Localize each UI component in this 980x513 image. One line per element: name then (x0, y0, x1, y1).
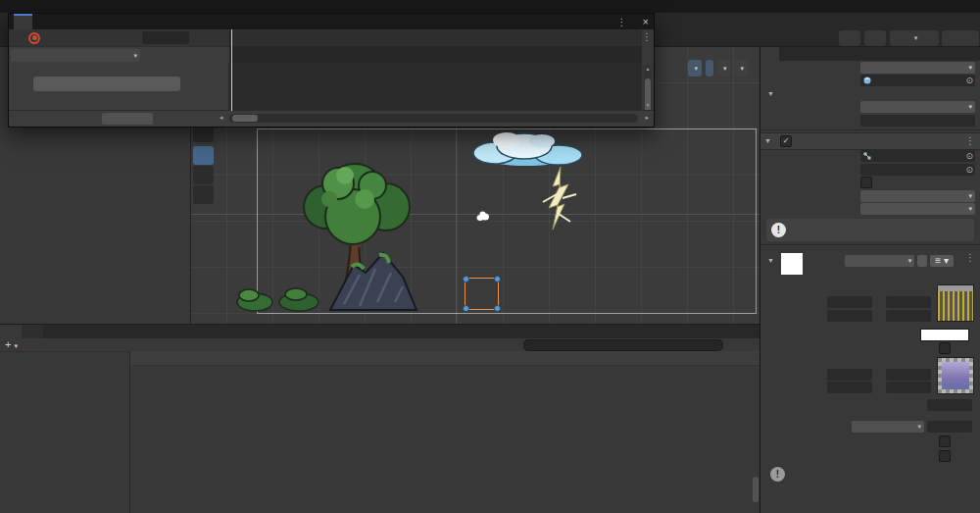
playhead[interactable] (231, 29, 232, 111)
tint-color-swatch[interactable] (920, 329, 969, 341)
additional-settings-foldout[interactable]: ▼ (760, 87, 980, 101)
animation-titlebar[interactable]: ⋮ × (9, 14, 654, 29)
gizmo-handle[interactable] (463, 276, 469, 282)
component-enabled-checkbox[interactable] (780, 135, 792, 147)
tab-curves[interactable] (158, 113, 201, 125)
pixel-snap-checkbox[interactable] (939, 342, 951, 354)
enable-external-alpha-field[interactable] (927, 399, 972, 411)
tiling-y-field[interactable] (886, 296, 931, 308)
apply-root-motion-checkbox[interactable] (860, 177, 872, 188)
timeline-ruler[interactable] (229, 29, 642, 46)
shader-menu-button[interactable]: ≡ ▾ (930, 255, 954, 267)
create-menu-button[interactable]: + ▾ (5, 339, 18, 351)
object-picker-icon[interactable]: ⊙ (965, 164, 973, 176)
project-scrollbar[interactable] (753, 365, 759, 510)
bushes-sprite[interactable] (235, 282, 328, 312)
gpu-instancing-checkbox[interactable] (939, 436, 951, 447)
layout-dropdown[interactable] (942, 30, 979, 46)
ea-offset-x-field[interactable] (827, 382, 872, 393)
jump-robot-sprite[interactable] (602, 277, 631, 306)
material-preview-thumb (781, 253, 803, 275)
lightning-sprite[interactable] (531, 165, 590, 233)
tab-animation[interactable] (14, 14, 32, 29)
render-queue-field[interactable] (927, 421, 972, 433)
sprite-sort-point-dropdown[interactable] (860, 62, 975, 74)
double-sided-gi-checkbox[interactable] (939, 450, 951, 462)
material-object-field[interactable]: ⊙ (860, 75, 975, 86)
frame-field[interactable] (142, 31, 189, 44)
scroll-left-icon[interactable]: ◂ (220, 114, 223, 122)
next-frame-button[interactable] (99, 31, 116, 44)
clip-toolbar (9, 46, 229, 63)
clip-dropdown[interactable] (11, 49, 140, 62)
offset-y-field[interactable] (886, 310, 931, 322)
first-frame-button[interactable] (46, 31, 63, 44)
scene-visibility-button[interactable] (706, 60, 713, 77)
project-toolbar: + ▾ (0, 338, 760, 352)
assets-breadcrumb (130, 351, 760, 366)
add-keyframe-button[interactable] (143, 49, 160, 62)
record-button[interactable] (28, 32, 40, 44)
kebab-menu-icon[interactable]: ⋮ (965, 252, 975, 263)
play-button[interactable] (81, 31, 98, 44)
tab-project[interactable] (0, 325, 22, 338)
close-icon[interactable]: × (643, 16, 649, 27)
edit-shader-button[interactable] (917, 255, 927, 267)
object-picker-icon[interactable]: ⊙ (965, 75, 973, 86)
gizmo-handle[interactable] (463, 305, 469, 312)
camera-settings-button[interactable]: ▾ (717, 60, 731, 77)
external-alpha-thumb[interactable] (937, 357, 974, 394)
asset-grid (131, 365, 750, 513)
update-mode-dropdown[interactable] (860, 190, 975, 202)
scroll-right-icon[interactable]: ▸ (645, 114, 649, 122)
ea-tiling-y-field[interactable] (886, 369, 931, 381)
rock-sprite[interactable] (326, 247, 419, 312)
sprite-texture-thumb[interactable] (937, 284, 974, 322)
tab-console[interactable] (22, 325, 43, 338)
controller-object-field[interactable]: ⊙ (860, 150, 975, 162)
tab-dopesheet[interactable] (102, 113, 153, 125)
kebab-menu-icon[interactable]: ⋮ (965, 135, 975, 146)
draw-mode-button[interactable]: ▾ (688, 60, 702, 77)
sprite-sort-point-row (760, 61, 980, 75)
kebab-menu-icon[interactable]: ⋮ (617, 17, 627, 27)
selected-sprite-gizmo[interactable] (465, 278, 499, 310)
add-property-button[interactable] (33, 77, 180, 91)
ea-offset-y-field[interactable] (886, 382, 931, 393)
timeline-vscrollbar[interactable]: ▲▼ (644, 65, 652, 109)
material-header[interactable]: ▼ ≡ ▾ ⋮ (760, 247, 980, 277)
layers-dropdown[interactable]: ▾ (890, 30, 939, 46)
last-frame-button[interactable] (117, 31, 133, 44)
dopesheet-area[interactable] (229, 63, 642, 111)
gizmo-handle[interactable] (494, 305, 501, 312)
custom-tool-button[interactable] (193, 185, 214, 204)
render-queue-dropdown[interactable] (852, 421, 924, 433)
culling-mode-dropdown[interactable] (860, 203, 975, 215)
add-keyframe-filled-button[interactable] (163, 49, 179, 62)
search-button[interactable] (864, 30, 886, 46)
animator-component-header[interactable]: ▼ ⋮ (760, 132, 980, 150)
object-picker-icon[interactable]: ⊙ (965, 150, 973, 162)
undo-history-button[interactable] (839, 30, 860, 46)
transform-tool-button[interactable] (193, 166, 214, 184)
avatar-object-field[interactable]: ⊙ (860, 164, 975, 176)
timeline-hscrollbar[interactable] (229, 114, 638, 123)
timeline-event-band[interactable] (229, 46, 642, 63)
kebab-menu-icon[interactable]: ⋮ (642, 31, 652, 42)
gizmos-button[interactable]: ▾ (734, 60, 748, 77)
tab-inspector[interactable] (760, 47, 779, 61)
chevron-down-icon: ▾ (914, 34, 918, 42)
shader-dropdown[interactable] (845, 255, 914, 267)
add-event-button[interactable] (182, 49, 199, 62)
gizmo-handle[interactable] (494, 276, 501, 282)
prev-frame-button[interactable] (64, 31, 80, 44)
ea-tiling-x-field[interactable] (827, 369, 872, 381)
rect-tool-button[interactable] (193, 146, 214, 165)
sorting-layer-dropdown[interactable] (860, 101, 975, 113)
shader-row: ≡ ▾ (808, 255, 954, 267)
cloud-sprite[interactable] (466, 129, 588, 169)
offset-x-field[interactable] (827, 310, 872, 322)
order-in-layer-field[interactable] (860, 115, 975, 127)
project-search-input[interactable] (523, 339, 723, 351)
tiling-x-field[interactable] (827, 296, 872, 308)
